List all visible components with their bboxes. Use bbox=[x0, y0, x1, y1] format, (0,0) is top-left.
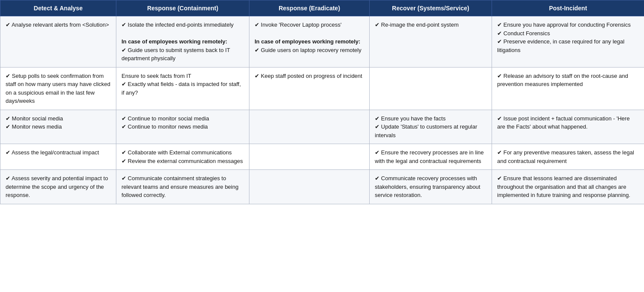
cell-r5-c5: ✔ Ensure that lessons learned are dissem… bbox=[492, 170, 644, 204]
cell-r2-c3: ✔ Keep staff posted on progress of incid… bbox=[249, 67, 370, 110]
cell-r5-c1: ✔ Assess severity and potential impact t… bbox=[0, 170, 116, 204]
cell-r3-c1: ✔ Monitor social media✔ Monitor news med… bbox=[0, 110, 116, 144]
cell-r5-c2: ✔ Communicate containment strategies to … bbox=[116, 170, 249, 204]
table-row-1: ✔ Analyse relevant alerts from <Solution… bbox=[0, 16, 644, 68]
col-header-containment: Response (Containment) bbox=[116, 0, 249, 16]
table-row-3: ✔ Monitor social media✔ Monitor news med… bbox=[0, 110, 644, 144]
cell-r2-c1: ✔ Setup polls to seek confirmation from … bbox=[0, 67, 116, 110]
table-row-2: ✔ Setup polls to seek confirmation from … bbox=[0, 67, 644, 110]
cell-r4-c1: ✔ Assess the legal/contractual impact bbox=[0, 144, 116, 170]
cell-r2-c2: Ensure to seek facts from IT✔ Exactly wh… bbox=[116, 67, 249, 110]
cell-r1-c4: ✔ Re-image the end-point system bbox=[370, 16, 492, 68]
cell-r2-c4 bbox=[370, 67, 492, 110]
cell-r1-c1: ✔ Analyse relevant alerts from <Solution… bbox=[0, 16, 116, 68]
cell-r2-c5: ✔ Release an advisory to staff on the ro… bbox=[492, 67, 644, 110]
incident-response-table: Detect & Analyse Response (Containment) … bbox=[0, 0, 644, 204]
cell-r5-c4: ✔ Communicate recovery processes with st… bbox=[370, 170, 492, 204]
cell-r4-c4: ✔ Ensure the recovery processes are in l… bbox=[370, 144, 492, 170]
cell-r4-c3 bbox=[249, 144, 370, 170]
cell-r1-c3: ✔ Invoke 'Recover Laptop process'In case… bbox=[249, 16, 370, 68]
col-header-post-incident: Post-Incident bbox=[492, 0, 644, 16]
cell-r3-c4: ✔ Ensure you have the facts✔ Update 'Sta… bbox=[370, 110, 492, 144]
col-header-recover: Recover (Systems/Service) bbox=[370, 0, 492, 16]
cell-r1-c2: ✔ Isolate the infected end-points immedi… bbox=[116, 16, 249, 68]
col-header-detect: Detect & Analyse bbox=[0, 0, 116, 16]
table-row-5: ✔ Assess severity and potential impact t… bbox=[0, 170, 644, 204]
cell-r4-c5: ✔ For any preventive measures taken, ass… bbox=[492, 144, 644, 170]
cell-r3-c2: ✔ Continue to monitor social media✔ Cont… bbox=[116, 110, 249, 144]
cell-r5-c3 bbox=[249, 170, 370, 204]
cell-r3-c5: ✔ Issue post incident + factual communic… bbox=[492, 110, 644, 144]
col-header-eradicate: Response (Eradicate) bbox=[249, 0, 370, 16]
cell-r3-c3 bbox=[249, 110, 370, 144]
cell-r1-c5: ✔ Ensure you have approval for conductin… bbox=[492, 16, 644, 68]
table-row-4: ✔ Assess the legal/contractual impact✔ C… bbox=[0, 144, 644, 170]
cell-r4-c2: ✔ Collaborate with External communicatio… bbox=[116, 144, 249, 170]
